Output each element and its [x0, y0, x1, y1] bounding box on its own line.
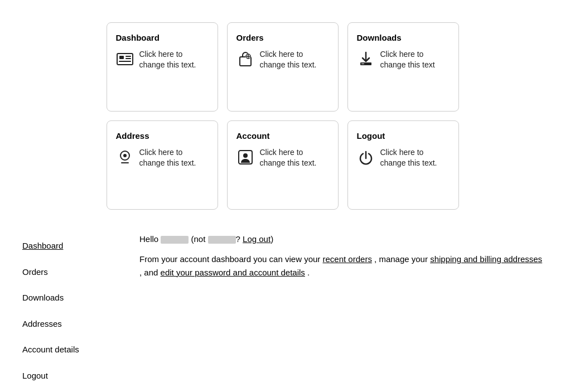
- card-text-orders: Click here to change this text.: [260, 49, 329, 71]
- svg-point-17: [243, 153, 248, 158]
- card-title-dashboard: Dashboard: [116, 32, 160, 45]
- svg-rect-1: [119, 56, 124, 59]
- card-orders[interactable]: Orders Click here to change this text.: [227, 22, 339, 112]
- hello-line: Hello (not ? Log out): [139, 233, 543, 246]
- desc-text-before: From your account dashboard you can view…: [139, 254, 320, 264]
- card-logout[interactable]: Logout Click here to change this text.: [347, 120, 459, 210]
- svg-rect-12: [361, 64, 364, 64]
- downloads-icon: [357, 50, 375, 68]
- sidebar-item-addresses[interactable]: Addresses: [22, 311, 106, 337]
- cards-grid: Dashboard Click here to change this text…: [22, 11, 543, 210]
- card-title-downloads: Downloads: [357, 32, 402, 45]
- card-body-account: Click here to change this text.: [236, 147, 329, 169]
- card-body-address: Click here to change this text.: [116, 147, 209, 169]
- card-text-account: Click here to change this text.: [260, 147, 329, 169]
- card-text-dashboard: Click here to change this text.: [139, 49, 209, 71]
- card-body-orders: Click here to change this text.: [236, 49, 329, 71]
- card-text-logout: Click here to change this text.: [380, 147, 450, 169]
- account-icon: [236, 148, 254, 166]
- recent-orders-link[interactable]: recent orders: [323, 254, 372, 264]
- sidebar-item-orders[interactable]: Orders: [22, 259, 106, 285]
- card-text-address: Click here to change this text.: [139, 147, 209, 169]
- card-account[interactable]: Account Click here to change this text.: [227, 120, 339, 210]
- logout-icon: [357, 148, 375, 166]
- card-header-downloads: Downloads: [357, 32, 450, 45]
- sidebar-item-downloads[interactable]: Downloads: [22, 285, 106, 311]
- page-wrapper: Dashboard Click here to change this text…: [0, 0, 565, 392]
- sidebar-item-dashboard[interactable]: Dashboard: [22, 233, 106, 259]
- account-description: From your account dashboard you can view…: [139, 253, 543, 279]
- card-header-logout: Logout: [357, 130, 450, 143]
- address-icon: [116, 148, 134, 166]
- card-title-address: Address: [116, 130, 149, 143]
- dashboard-icon: [116, 50, 134, 68]
- bottom-section: Dashboard Orders Downloads Addresses Acc…: [22, 228, 543, 389]
- card-text-downloads: Click here to change this text: [380, 49, 450, 71]
- hello-suffix: ?: [236, 234, 240, 244]
- card-header-dashboard: Dashboard: [116, 32, 209, 45]
- card-body-logout: Click here to change this text.: [357, 147, 450, 169]
- main-content: Hello (not ? Log out) From your account …: [139, 233, 543, 389]
- desc-text-mid2: , and: [139, 268, 158, 277]
- card-header-account: Account: [236, 130, 329, 143]
- card-title-account: Account: [236, 130, 270, 143]
- addresses-link[interactable]: shipping and billing addresses: [430, 254, 542, 264]
- account-details-link[interactable]: edit your password and account details: [161, 268, 305, 277]
- sidebar-nav: Dashboard Orders Downloads Addresses Acc…: [22, 233, 106, 389]
- card-address[interactable]: Address Click here to change this text.: [107, 120, 218, 210]
- card-title-orders: Orders: [236, 32, 264, 45]
- card-downloads[interactable]: Downloads Click here to change this text: [347, 22, 459, 112]
- logout-link[interactable]: Log out: [243, 234, 271, 244]
- card-header-orders: Orders: [236, 32, 329, 45]
- card-title-logout: Logout: [357, 130, 385, 143]
- orders-icon: [236, 50, 254, 68]
- sidebar-item-logout[interactable]: Logout: [22, 363, 106, 389]
- hello-not-prefix: (not: [191, 234, 206, 244]
- username-redacted: [161, 236, 189, 244]
- svg-point-14: [123, 154, 127, 157]
- hello-prefix: Hello: [139, 234, 158, 244]
- desc-text-mid1: , manage your: [374, 254, 428, 264]
- sidebar-item-account-details[interactable]: Account details: [22, 337, 106, 363]
- card-body-dashboard: Click here to change this text.: [116, 49, 209, 71]
- card-body-downloads: Click here to change this text: [357, 49, 450, 71]
- email-redacted: [208, 236, 236, 244]
- card-dashboard[interactable]: Dashboard Click here to change this text…: [107, 22, 218, 112]
- card-header-address: Address: [116, 130, 209, 143]
- desc-text-end: .: [307, 268, 310, 277]
- hello-close: ): [271, 234, 273, 244]
